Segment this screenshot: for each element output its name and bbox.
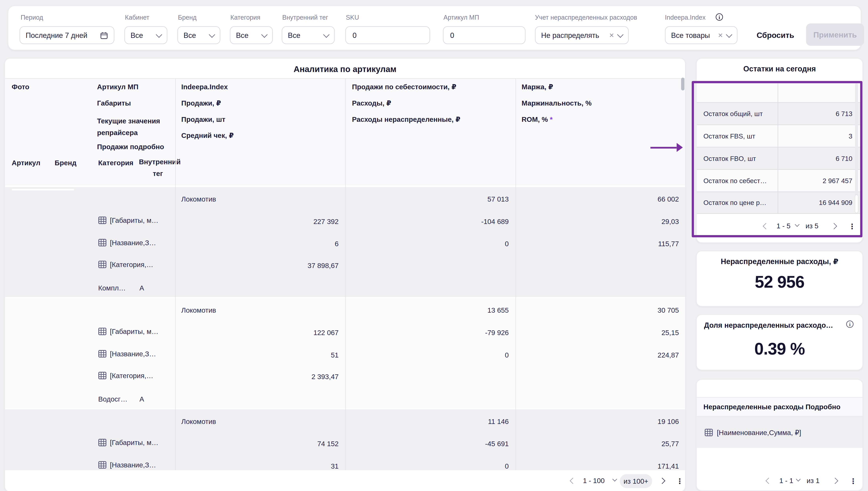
cabinet-label: Кабинет: [125, 14, 149, 21]
name-table-link[interactable]: [Название,З…: [98, 350, 156, 358]
table-link-label: [Категория,…: [110, 372, 153, 379]
avg-check-value: 37 898,67: [308, 262, 339, 269]
category-select[interactable]: Все: [230, 26, 273, 44]
col-avg-check: Средний чек, ₽: [181, 132, 234, 140]
reset-button-label: Сбросить: [756, 31, 794, 40]
unallocated-select[interactable]: Не распределять ✕: [535, 26, 629, 44]
sales-rub-value: 74 152: [317, 440, 339, 448]
internal-tag-value: Все: [288, 31, 320, 39]
table-link-label: [Название,З…: [110, 239, 156, 247]
marginality-value: 29,03: [661, 218, 679, 226]
expenses-value: -45 691: [485, 440, 509, 448]
margin-value: 66 002: [657, 195, 679, 203]
photo-placeholder: [12, 189, 74, 190]
sku-input[interactable]: [345, 26, 430, 44]
name-table-link[interactable]: [Название,З…: [98, 461, 156, 469]
col-internal-tag: Внутренний тег: [139, 156, 177, 180]
share-card-value: 0.39 %: [697, 340, 863, 358]
col-article-mp: Артикул МП: [97, 83, 138, 91]
cabinet-select[interactable]: Все: [124, 26, 167, 44]
annotation-highlight-border: [692, 81, 862, 237]
indeepa-value: Все товары: [671, 31, 714, 39]
col-marginality: Маржинальность, %: [522, 99, 592, 107]
table-grid-icon: [98, 327, 106, 336]
category-value: Все: [236, 31, 258, 39]
table-link-label: [Название,З…: [110, 350, 156, 358]
dimensions-table-link[interactable]: [Габариты, м…: [98, 216, 158, 224]
info-icon[interactable]: i: [716, 13, 723, 21]
cost-sales-value: 57 013: [488, 195, 509, 203]
table-grid-icon: [98, 238, 106, 247]
unallocated-card-title: Нераспределенные расходы, ₽: [697, 257, 863, 266]
prev-page-icon[interactable]: [570, 478, 576, 484]
table-row[interactable]: Локомотив [Габариты, м… [Название,З… [Ка…: [5, 187, 685, 297]
brand-label: Бренд: [178, 14, 196, 21]
table-link-label: [Название,З…: [110, 461, 156, 469]
expenses-unallocated-value: 0: [505, 351, 509, 359]
indeepa-index-value: Локомотив: [181, 307, 216, 314]
clear-icon[interactable]: ✕: [609, 32, 614, 38]
prev-page-icon[interactable]: [766, 478, 772, 484]
margin-value: 30 705: [657, 307, 679, 314]
page-range[interactable]: 1 - 100: [583, 477, 605, 485]
name-table-link[interactable]: [Название,З…: [98, 238, 156, 247]
analytics-table-title: Аналитика по артикулам: [5, 64, 685, 74]
col-rom: ROM, % *: [522, 116, 553, 123]
reset-button[interactable]: Сбросить: [754, 26, 797, 44]
dimensions-table-link[interactable]: [Габариты, м…: [98, 327, 158, 336]
details-table-link[interactable]: [Наименование,Сумма, ₽]: [697, 416, 863, 448]
col-sales-qty: Продажи, шт: [181, 116, 225, 123]
col-indeepa-index: Indeepa.Index: [181, 83, 228, 91]
period-value: Последние 7 дней: [26, 31, 96, 39]
info-icon[interactable]: i: [846, 321, 854, 328]
col-expenses: Расходы, ₽: [352, 99, 391, 107]
table-grid-icon: [98, 350, 106, 358]
col-brand: Бренд: [55, 159, 76, 167]
internal-tag-label: Внутренний тег: [282, 14, 328, 21]
internal-tag-select[interactable]: Все: [282, 26, 335, 44]
table-menu-icon[interactable]: ⋮: [676, 478, 683, 485]
cabinet-value: Все: [131, 31, 153, 39]
indeepa-select[interactable]: Все товары ✕: [665, 26, 737, 44]
sales-qty-value: 51: [331, 351, 339, 359]
apply-button[interactable]: Применить: [806, 23, 864, 46]
unallocated-filter-label: Учет нераспределенных расходов: [535, 14, 637, 21]
brand-select[interactable]: Все: [177, 26, 220, 44]
table-row[interactable]: Локомотив [Габариты, м… [Название,З… [Ка…: [5, 298, 685, 408]
rom-value: 171,41: [657, 462, 679, 470]
table-menu-icon[interactable]: ⋮: [849, 478, 857, 485]
next-page-icon[interactable]: [832, 478, 838, 484]
page-range[interactable]: 1 - 1: [779, 477, 793, 485]
col-dimensions: Габариты: [97, 99, 131, 107]
details-card-title: Нераспределенные расходы Подробно: [697, 403, 840, 411]
expenses-value: -104 689: [481, 218, 509, 226]
annotation-arrow-head: [677, 143, 683, 152]
cost-sales-value: 13 655: [488, 307, 509, 314]
annotation-arrow: [650, 147, 677, 148]
clear-icon[interactable]: ✕: [718, 32, 723, 38]
sales-qty-value: 31: [331, 462, 339, 470]
table-row[interactable]: Локомотив [Габариты, м… [Название,З… 74 …: [5, 409, 685, 470]
col-rom-text: ROM, %: [522, 116, 548, 123]
analytics-table-card: Аналитика по артикулам Фото Артикул МП Г…: [5, 58, 686, 491]
page-size-chevron-icon[interactable]: [796, 477, 801, 482]
table-grid-icon: [98, 216, 106, 224]
expenses-unallocated-value: 0: [505, 462, 509, 470]
sales-qty-value: 6: [335, 240, 339, 248]
table-grid-icon: [98, 371, 106, 380]
col-repricer-values: Текущие значения репрайсера: [97, 116, 164, 139]
category-table-link[interactable]: [Категория,…: [98, 371, 153, 380]
dimensions-table-link[interactable]: [Габариты, м…: [98, 438, 158, 447]
article-mp-input[interactable]: [443, 26, 526, 44]
page-size-chevron-icon[interactable]: [612, 477, 617, 482]
category-table-link[interactable]: [Категория,…: [98, 260, 153, 269]
period-input[interactable]: Последние 7 дней: [20, 26, 115, 44]
page-total-pill[interactable]: из 100+: [620, 474, 652, 488]
expenses-value: -79 926: [485, 329, 509, 337]
col-margin: Маржа, ₽: [522, 83, 553, 91]
sales-rub-value: 122 067: [313, 329, 339, 337]
table-grid-icon: [98, 438, 106, 447]
rom-value: 115,77: [658, 240, 679, 248]
table-scrollbar[interactable]: [681, 78, 684, 90]
next-page-icon[interactable]: [659, 478, 665, 484]
